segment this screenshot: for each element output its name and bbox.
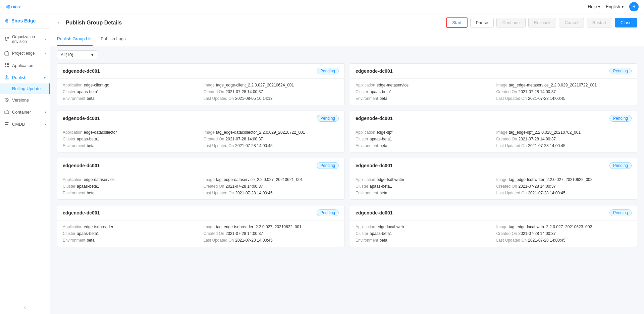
card-node-name: edgenode-dc001 <box>63 116 100 121</box>
cancel-button[interactable]: Cancel <box>559 18 584 27</box>
user-avatar[interactable]: R <box>629 2 639 11</box>
field-value: apaas-beta1 <box>77 137 99 141</box>
enos-logo: EnOS ™ <box>5 3 25 11</box>
field-value: edge-dpf <box>377 130 392 135</box>
continue-button[interactable]: Continue <box>496 18 525 27</box>
sidebar-item-project[interactable]: Project edge › <box>0 47 50 59</box>
sidebar-item-org[interactable]: Organization envision › <box>0 31 50 47</box>
node-card: edgenode-dc001PendingApplicationedge-dat… <box>57 158 344 200</box>
sidebar-item-cmdb[interactable]: CMDB › <box>0 118 50 130</box>
card-field: Last Updated On2021-07-28 14:00:45 <box>204 143 339 148</box>
card-field: Environmentbeta <box>63 238 198 243</box>
card-field: Imagetag_edge-tsdbreader_2.2.0.027_20210… <box>204 225 339 229</box>
node-card: edgenode-dc001PendingApplicationedge-met… <box>350 63 637 105</box>
tab-publish-logs[interactable]: Publish Logs <box>101 32 125 46</box>
sidebar-item-container[interactable]: Container › <box>0 106 50 118</box>
back-button[interactable]: ← <box>57 20 62 26</box>
field-value: 2021-07-28 14:00:45 <box>235 238 272 243</box>
card-field: Last Updated On2021-08-05 10:14:13 <box>204 96 339 101</box>
start-button[interactable]: Start <box>446 17 467 28</box>
chevron-down-icon: ▾ <box>622 4 624 9</box>
field-value: tag_edge-metaservice_2.2.0.029_20210722_… <box>509 83 597 87</box>
card-field: Imagetag_edge-tsdbwriter_2.2.0.027_20210… <box>496 177 632 182</box>
field-label: Environment <box>356 191 378 195</box>
field-label: Created On <box>496 137 517 141</box>
field-value: tag_edge-dataservice_2.2.0.027_20210621_… <box>216 177 303 182</box>
card-field: Environmentbeta <box>63 96 198 101</box>
field-label: Image <box>204 130 215 135</box>
field-value: beta <box>379 143 387 148</box>
tab-publish-group-list[interactable]: Publish Group List <box>57 32 93 46</box>
sidebar-collapse-button[interactable]: < <box>0 301 50 314</box>
app-icon <box>4 63 9 68</box>
card-body: Applicationedge-dpfClusterapaas-beta1Env… <box>350 126 637 152</box>
field-label: Last Updated On <box>204 96 234 101</box>
card-field: Applicationedge-tsdbwriter <box>356 177 491 182</box>
versions-icon <box>4 97 9 103</box>
field-label: Application <box>356 177 375 182</box>
action-buttons: Start Pause Continue Rollback Cancel Res… <box>446 17 637 28</box>
field-value: tag_edge-tsdbreader_2.2.0.027_20210622_0… <box>216 225 302 229</box>
help-button[interactable]: Help ▾ <box>588 4 601 9</box>
card-header: edgenode-dc001Pending <box>57 111 344 126</box>
field-label: Cluster <box>356 89 368 94</box>
sidebar-sub-item-rolling-update[interactable]: Rolling Update <box>0 83 50 94</box>
card-node-name: edgenode-dc001 <box>356 210 392 215</box>
card-field: Environmentbeta <box>356 143 491 148</box>
field-label: Environment <box>356 143 378 148</box>
card-field: Last Updated On2021-07-28 14:00:45 <box>496 96 632 101</box>
field-value: 2021-07-28 14:00:37 <box>226 89 263 94</box>
close-button[interactable]: Close <box>615 18 637 27</box>
node-card: edgenode-dc001PendingApplicationedge-tsd… <box>350 158 637 200</box>
sidebar-item-versions[interactable]: Versions <box>0 94 50 106</box>
field-value: tag_edge-datacollector_2.2.0.029_2021072… <box>216 130 305 135</box>
sidebar-logo: Enos Edge <box>0 13 50 28</box>
card-field: Environmentbeta <box>356 191 491 195</box>
field-label: Image <box>496 177 507 182</box>
field-label: Application <box>63 83 83 87</box>
card-field: Applicationedge-datacollector <box>63 130 198 135</box>
pause-button[interactable]: Pause <box>470 18 494 27</box>
card-field: Environmentbeta <box>63 143 198 148</box>
rollback-button[interactable]: Rollback <box>528 18 556 27</box>
field-value: 2021-07-28 14:00:37 <box>519 184 556 189</box>
language-button[interactable]: English ▾ <box>606 4 624 9</box>
svg-point-6 <box>6 19 8 21</box>
status-badge: Pending <box>317 162 339 169</box>
logo-section: EnOS ™ <box>5 3 25 11</box>
svg-point-2 <box>8 7 10 9</box>
restart-button[interactable]: Restart <box>587 18 612 27</box>
top-header: EnOS ™ Help ▾ English ▾ R <box>0 0 644 13</box>
field-value: 2021-07-28 14:00:37 <box>226 184 263 189</box>
field-label: Created On <box>496 231 517 236</box>
field-value: 2021-07-28 14:00:37 <box>519 137 556 141</box>
card-field: Clusterapaas-beta1 <box>356 184 491 189</box>
node-card: edgenode-dc001PendingApplicationedge-dat… <box>57 111 344 152</box>
field-value: 2021-07-28 14:00:37 <box>519 89 556 94</box>
field-value: beta <box>87 191 94 195</box>
card-field: Last Updated On2021-07-28 14:00:45 <box>496 238 632 243</box>
svg-rect-15 <box>5 66 6 67</box>
field-value: tag_edge-tsdbwriter_2.2.0.027_20210622_0… <box>509 177 593 182</box>
filter-select[interactable]: All(10) ▾ <box>57 50 97 59</box>
card-header: edgenode-dc001Pending <box>57 158 344 173</box>
field-value: edge-tsdbreader <box>84 225 113 229</box>
field-value: apaas-beta1 <box>77 89 99 94</box>
card-field: Last Updated On2021-07-28 14:00:45 <box>204 191 339 195</box>
svg-rect-19 <box>5 111 9 114</box>
org-icon <box>4 37 9 42</box>
field-value: apaas-beta1 <box>77 184 99 189</box>
field-label: Image <box>204 83 215 87</box>
field-value: 2021-07-28 14:00:37 <box>226 231 263 236</box>
field-label: Environment <box>63 143 85 148</box>
card-field: Created On2021-07-28 14:00:37 <box>496 89 632 94</box>
status-badge: Pending <box>609 115 632 122</box>
field-value: beta <box>87 96 94 101</box>
sidebar-item-publish[interactable]: Publish ∨ <box>0 71 50 83</box>
card-field: Environmentbeta <box>63 191 198 195</box>
svg-rect-17 <box>5 78 9 79</box>
field-label: Cluster <box>356 137 368 141</box>
cards-grid: edgenode-dc001PendingApplicationedge-cli… <box>50 63 644 314</box>
card-field: Created On2021-07-28 14:00:37 <box>496 137 632 141</box>
sidebar-item-application[interactable]: Application <box>0 59 50 71</box>
